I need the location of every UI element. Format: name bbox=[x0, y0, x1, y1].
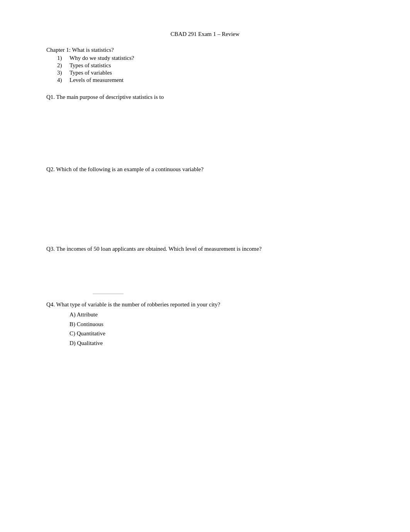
choice-A-text: Attribute bbox=[77, 311, 98, 318]
page: CBAD 291 Exam 1 – Review Chapter 1: What… bbox=[0, 0, 410, 532]
choice-C-text: Quantitative bbox=[77, 330, 105, 337]
separator-line bbox=[93, 294, 124, 294]
choice-C: C) Quantitative bbox=[69, 329, 364, 338]
list-item-3-text: Types of variables bbox=[69, 70, 112, 76]
question-1: Q1. The main purpose of descriptive stat… bbox=[46, 93, 364, 165]
chapter-section: Chapter 1: What is statistics? 1) Why do… bbox=[46, 47, 364, 83]
chapter-heading: Chapter 1: What is statistics? bbox=[46, 47, 364, 53]
choice-D-text: Qualitative bbox=[77, 340, 103, 346]
list-item-1: 1) Why do we study statistics? bbox=[46, 55, 364, 61]
list-item-4-text: Levels of measurement bbox=[69, 77, 124, 83]
question-1-answer-space bbox=[46, 103, 364, 165]
choice-B: B) Continuous bbox=[69, 320, 364, 329]
list-item-4: 4) Levels of measurement bbox=[46, 77, 364, 83]
choice-C-label: C) bbox=[69, 330, 77, 337]
choice-D: D) Qualitative bbox=[69, 339, 364, 348]
question-4: Q4. What type of variable is the number … bbox=[46, 300, 364, 348]
question-2: Q2. Which of the following is an example… bbox=[46, 165, 364, 245]
choice-A: A) Attribute bbox=[69, 310, 364, 319]
question-3-text: Q3. The incomes of 50 loan applicants ar… bbox=[46, 245, 364, 253]
list-num-4: 4) bbox=[57, 77, 62, 83]
choice-D-label: D) bbox=[69, 340, 77, 346]
choice-B-label: B) bbox=[69, 321, 77, 327]
question-1-text: Q1. The main purpose of descriptive stat… bbox=[46, 93, 364, 102]
question-2-text: Q2. Which of the following is an example… bbox=[46, 165, 364, 174]
list-item-1-text: Why do we study statistics? bbox=[69, 55, 134, 61]
chapter-list: 1) Why do we study statistics? 2) Types … bbox=[46, 55, 364, 83]
question-3: Q3. The incomes of 50 loan applicants ar… bbox=[46, 245, 364, 294]
list-item-2: 2) Types of statistics bbox=[46, 62, 364, 69]
list-item-2-text: Types of statistics bbox=[69, 62, 111, 68]
question-4-text: Q4. What type of variable is the number … bbox=[46, 300, 364, 309]
question-4-choices: A) Attribute B) Continuous C) Quantitati… bbox=[46, 310, 364, 347]
choice-A-label: A) bbox=[69, 311, 77, 318]
list-num-2: 2) bbox=[57, 62, 62, 69]
choice-B-text: Continuous bbox=[77, 321, 103, 327]
question-3-answer-space bbox=[46, 255, 364, 294]
list-num-1: 1) bbox=[57, 55, 62, 61]
page-title: CBAD 291 Exam 1 – Review bbox=[46, 31, 364, 37]
list-item-3: 3) Types of variables bbox=[46, 70, 364, 76]
list-num-3: 3) bbox=[57, 70, 62, 76]
question-2-answer-space bbox=[46, 175, 364, 245]
